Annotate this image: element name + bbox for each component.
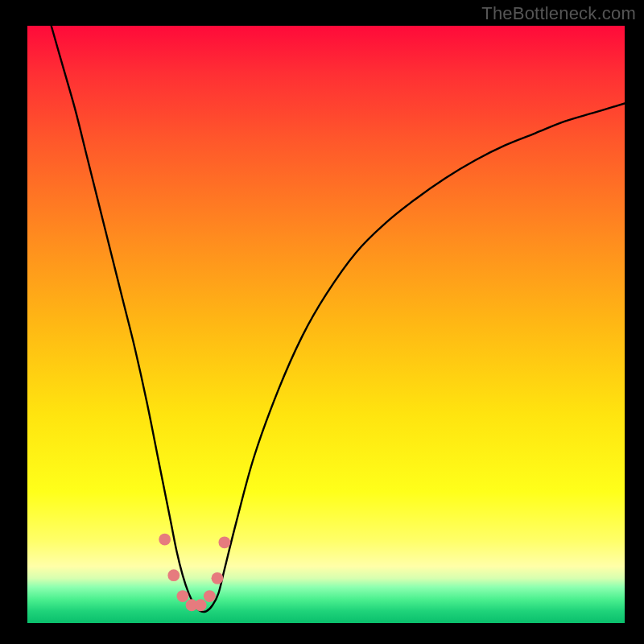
marker-point <box>212 572 224 584</box>
bottleneck-curve <box>52 26 625 612</box>
marker-point <box>167 569 180 581</box>
marker-point <box>218 536 230 548</box>
marker-point <box>159 534 171 546</box>
marker-point <box>195 599 207 611</box>
watermark-text: TheBottleneck.com <box>481 3 636 24</box>
plot-area <box>27 26 625 623</box>
marker-point <box>177 590 189 602</box>
marker-point <box>204 590 216 602</box>
marker-group <box>159 534 230 611</box>
chart-frame: TheBottleneck.com <box>0 0 644 644</box>
curve-svg <box>27 26 625 623</box>
